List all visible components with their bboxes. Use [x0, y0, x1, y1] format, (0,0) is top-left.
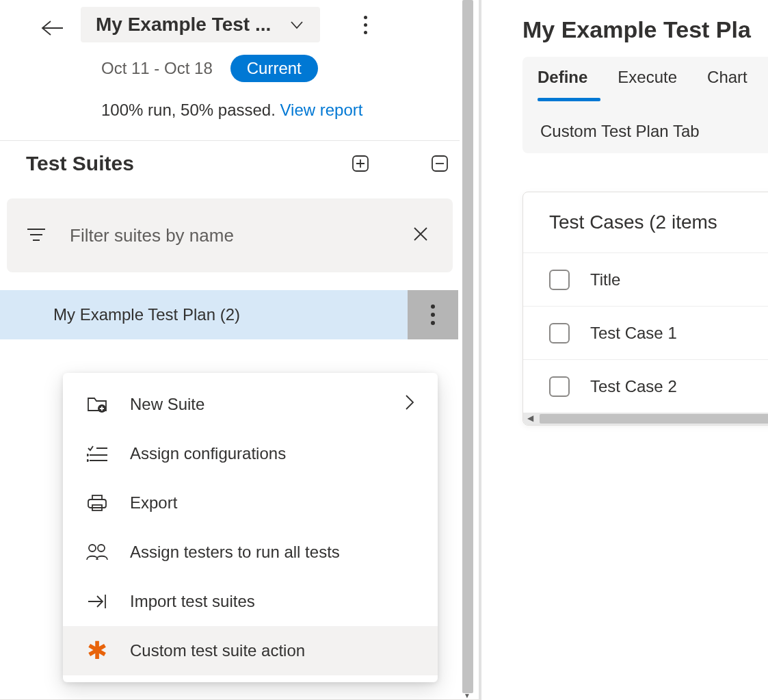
run-stats: 100% run, 50% passed. View report — [0, 82, 479, 141]
chevron-down-icon — [289, 16, 305, 33]
tab-define[interactable]: Define — [538, 68, 587, 87]
test-cases-heading: Test Cases (2 items — [523, 192, 768, 252]
import-icon — [86, 591, 108, 612]
select-all-checkbox[interactable] — [549, 270, 570, 290]
filter-icon — [27, 227, 45, 244]
active-tab-indicator — [538, 98, 600, 101]
tabs-section: Define Execute Chart Custom Test Plan Ta… — [522, 57, 768, 153]
horizontal-scrollbar[interactable]: ◀ — [523, 413, 768, 425]
svg-point-3 — [87, 454, 88, 456]
right-pane: My Example Test Pla Define Execute Chart… — [481, 0, 768, 700]
view-report-link[interactable]: View report — [280, 101, 363, 119]
filter-suites-box[interactable] — [7, 198, 453, 272]
more-options-button[interactable] — [358, 10, 373, 40]
table-row[interactable]: Test Case 2 — [523, 359, 768, 413]
svg-point-4 — [87, 460, 88, 461]
test-suites-heading: Test Suites — [26, 152, 327, 175]
svg-point-8 — [89, 545, 96, 552]
scrollbar-thumb[interactable] — [540, 414, 768, 424]
people-icon — [86, 541, 108, 563]
suite-name: My Example Test Plan (2) — [53, 305, 408, 324]
star-icon: ✱ — [86, 640, 108, 662]
menu-item-export[interactable]: Export — [63, 478, 438, 528]
date-range: Oct 11 - Oct 18 — [101, 59, 213, 78]
tab-execute[interactable]: Execute — [618, 68, 677, 87]
menu-item-assign-testers[interactable]: Assign testers to run all tests — [63, 528, 438, 577]
filter-suites-input[interactable] — [68, 224, 409, 247]
tab-chart[interactable]: Chart — [707, 68, 747, 87]
printer-icon — [86, 492, 108, 514]
row-checkbox[interactable] — [549, 376, 570, 397]
scroll-down-icon[interactable]: ▼ — [464, 692, 471, 699]
svg-rect-6 — [92, 495, 102, 500]
table-row[interactable]: Test Case 1 — [523, 306, 768, 359]
row-checkbox[interactable] — [549, 323, 570, 343]
test-cases-panel: Test Cases (2 items Title Test Case 1 Te… — [522, 192, 768, 426]
test-case-title: Test Case 1 — [590, 324, 677, 343]
custom-tab-label[interactable]: Custom Test Plan Tab — [538, 122, 768, 141]
suite-context-menu: New Suite Assign configurations Export A… — [63, 373, 438, 682]
table-header-row: Title — [523, 252, 768, 306]
column-title[interactable]: Title — [590, 270, 620, 289]
suite-more-actions-button[interactable] — [408, 290, 458, 339]
menu-item-custom-action[interactable]: ✱ Custom test suite action — [63, 626, 438, 675]
menu-item-import-suites[interactable]: Import test suites — [63, 577, 438, 626]
test-case-title: Test Case 2 — [590, 377, 677, 396]
test-plan-dropdown[interactable]: My Example Test ... — [81, 7, 320, 42]
suite-row-selected[interactable]: My Example Test Plan (2) — [0, 290, 458, 339]
scroll-left-icon[interactable]: ◀ — [527, 413, 533, 423]
folder-plus-icon — [86, 393, 108, 415]
clear-filter-icon[interactable] — [409, 225, 432, 246]
svg-rect-5 — [88, 500, 106, 508]
svg-point-9 — [98, 545, 105, 552]
current-badge: Current — [230, 55, 318, 82]
collapse-all-button[interactable] — [427, 151, 453, 177]
test-plan-dropdown-label: My Example Test ... — [96, 14, 271, 36]
list-check-icon — [86, 443, 108, 465]
chevron-right-icon — [405, 393, 414, 415]
back-arrow-icon[interactable] — [41, 19, 63, 40]
menu-item-new-suite[interactable]: New Suite — [63, 380, 438, 429]
menu-item-assign-configurations[interactable]: Assign configurations — [63, 429, 438, 478]
scrollbar-thumb[interactable] — [462, 0, 473, 693]
page-title: My Example Test Pla — [522, 16, 768, 43]
expand-all-button[interactable] — [347, 151, 373, 177]
left-scrollbar[interactable]: ▼ — [460, 0, 479, 699]
